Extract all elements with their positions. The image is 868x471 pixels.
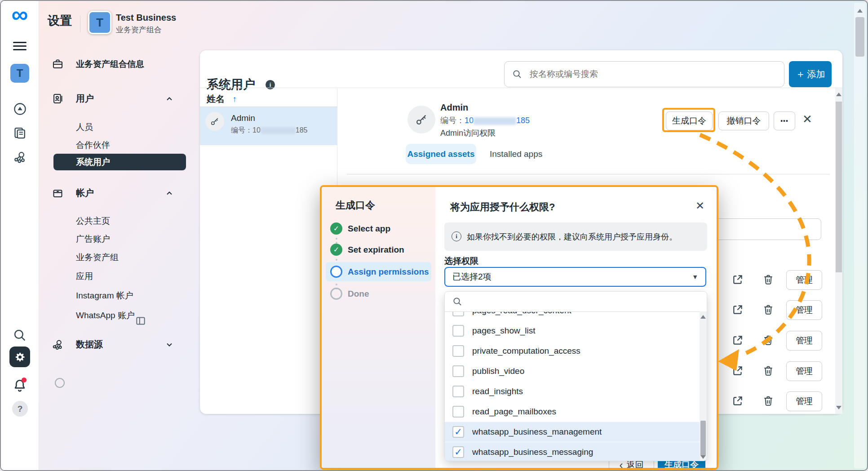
chevron-up-icon: [165, 189, 174, 198]
sidebar-section-users[interactable]: 用户: [52, 93, 192, 105]
sidebar-item-system-users[interactable]: 系统用户: [53, 154, 186, 170]
trash-icon[interactable]: [762, 334, 774, 346]
permission-row[interactable]: publish_video: [445, 361, 700, 381]
permissions-select[interactable]: 已选择2项 ▼: [444, 267, 706, 287]
business-name[interactable]: Test Business: [116, 13, 176, 23]
permission-row-checked[interactable]: ✓ whatsapp_business_management: [445, 422, 700, 442]
manage-button[interactable]: 管理: [786, 300, 822, 320]
divider: [80, 15, 80, 32]
step-done-icon: ✓: [330, 222, 342, 235]
table-row-selected[interactable]: Admin 编号：10185: [200, 107, 337, 145]
manage-button[interactable]: 管理: [786, 391, 822, 411]
dropdown-scrollbar[interactable]: [700, 311, 707, 461]
screenshot: ∞ T: [0, 0, 868, 471]
permissions-dropdown: pages_read_user_content pages_show_list …: [444, 291, 707, 461]
notifications-bell-icon[interactable]: [13, 378, 27, 393]
scrollbar-thumb[interactable]: [836, 102, 842, 272]
checkbox-unchecked[interactable]: [452, 325, 464, 337]
search-rail-icon[interactable]: [12, 328, 27, 343]
scrollbar-thumb[interactable]: [700, 421, 706, 456]
help-icon[interactable]: ?: [12, 401, 28, 417]
business-avatar[interactable]: T: [10, 64, 29, 83]
detail-user-id: 编号：10185: [440, 115, 530, 126]
trash-icon[interactable]: [762, 304, 774, 315]
menu-icon[interactable]: [13, 40, 27, 53]
tab-installed-apps[interactable]: Installed apps: [490, 144, 542, 164]
org-icon[interactable]: [13, 150, 27, 164]
trash-icon[interactable]: [762, 274, 774, 285]
settings-gear-icon[interactable]: [9, 347, 30, 367]
open-external-icon[interactable]: [732, 274, 744, 285]
permission-row[interactable]: private_computation_access: [445, 341, 700, 361]
caret-down-icon: ▼: [692, 273, 698, 280]
sidebar-collapse-icon[interactable]: [135, 315, 146, 327]
partial-nav-icon: [55, 378, 65, 388]
asset-filter-input[interactable]: [702, 218, 821, 240]
close-icon[interactable]: ✕: [802, 112, 812, 126]
detail-user-name: Admin: [440, 102, 468, 113]
notice-text: 如果你找不到必要的权限，建议向系统用户授予应用身份。: [467, 231, 677, 242]
generate-token-button[interactable]: 生成口令: [666, 111, 713, 130]
column-header-name[interactable]: 姓名 ↑: [207, 93, 237, 105]
step-select-app: Select app: [348, 224, 390, 234]
permission-row-checked[interactable]: ✓ whatsapp_business_messaging: [445, 442, 700, 461]
meta-logo-icon[interactable]: ∞: [6, 4, 33, 25]
add-user-button[interactable]: ＋添加: [789, 61, 832, 87]
sidebar-section-data-sources[interactable]: 数据源: [52, 338, 192, 351]
checkbox-unchecked[interactable]: [452, 406, 464, 418]
network-icon: [52, 338, 64, 351]
open-external-icon[interactable]: [732, 365, 744, 377]
chevron-down-icon: [165, 340, 174, 349]
close-icon[interactable]: ✕: [695, 200, 704, 212]
sidebar-item-partners[interactable]: 合作伙伴: [76, 139, 110, 151]
revoke-token-button[interactable]: 撤销口令: [718, 111, 769, 130]
permission-row[interactable]: read_page_mailboxes: [445, 402, 700, 422]
step-done: Done: [348, 289, 369, 299]
pages-icon[interactable]: [13, 126, 27, 140]
search-input[interactable]: [529, 69, 778, 80]
sort-asc-icon[interactable]: ↑: [233, 94, 237, 104]
open-external-icon[interactable]: [732, 304, 744, 315]
open-external-icon[interactable]: [732, 395, 744, 407]
more-actions-button[interactable]: •••: [774, 111, 795, 130]
chevron-up-icon: [165, 94, 174, 103]
scrollbar-thumb[interactable]: [855, 17, 864, 57]
checkbox-unchecked[interactable]: [452, 386, 464, 397]
detail-user-role: Admin访问权限: [440, 128, 496, 138]
sidebar-item-ad-accounts[interactable]: 广告账户: [76, 233, 110, 245]
manage-button[interactable]: 管理: [786, 361, 822, 381]
tab-assigned-assets[interactable]: Assigned assets: [406, 144, 476, 164]
open-external-icon[interactable]: [732, 334, 744, 346]
sidebar-item-people[interactable]: 人员: [76, 121, 93, 133]
trash-icon[interactable]: [762, 395, 774, 407]
step-pending-icon: [330, 288, 342, 300]
sidebar-section-accounts[interactable]: 帐户: [52, 187, 192, 199]
business-switcher-avatar[interactable]: T: [88, 11, 111, 34]
permission-row[interactable]: read_insights: [445, 382, 700, 401]
window-scrollbar[interactable]: [854, 3, 866, 468]
page-title: 设置: [48, 13, 72, 29]
permission-row[interactable]: pages_show_list: [445, 321, 700, 341]
trash-icon[interactable]: [762, 365, 774, 377]
ads-manager-icon[interactable]: [13, 102, 27, 116]
sidebar-item-apps[interactable]: 应用: [76, 271, 93, 282]
generate-token-modal: 生成口令 ✓ Select app ✓ Set expiration Assig…: [320, 185, 718, 470]
sidebar-item-pages[interactable]: 公共主页: [76, 215, 110, 227]
checkbox-unchecked[interactable]: [452, 365, 464, 377]
sidebar-item-instagram-accounts[interactable]: Instagram 帐户: [76, 290, 133, 302]
checkbox-checked[interactable]: ✓: [452, 426, 464, 438]
selected-count: 已选择2项: [452, 271, 492, 283]
sidebar-item-asset-groups[interactable]: 业务资产组: [76, 252, 119, 263]
manage-button[interactable]: 管理: [786, 270, 822, 290]
sidebar-item-whatsapp-accounts[interactable]: WhatsApp 账户: [76, 310, 135, 321]
select-permissions-label: 选择权限: [444, 255, 478, 267]
detail-scrollbar[interactable]: [835, 88, 842, 414]
sidebar-item-business-portfolio-info[interactable]: 业务资产组合信息: [52, 58, 144, 70]
user-name: Admin: [231, 113, 255, 123]
step-active-icon: [330, 266, 342, 278]
checkbox-unchecked[interactable]: [452, 345, 464, 357]
checkbox-checked[interactable]: ✓: [452, 446, 464, 458]
manage-button[interactable]: 管理: [786, 331, 822, 351]
notification-badge: [22, 378, 27, 382]
dropdown-search-row[interactable]: [445, 292, 707, 312]
